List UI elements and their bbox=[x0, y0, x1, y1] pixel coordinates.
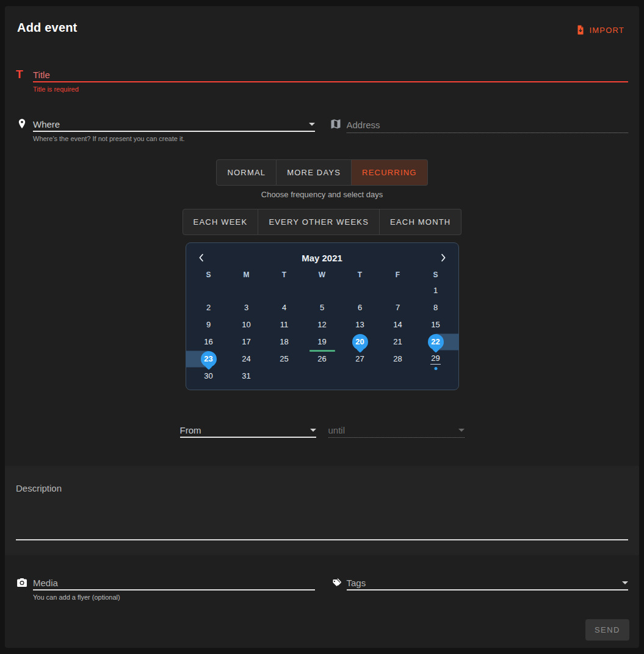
calendar-day-2[interactable]: 2 bbox=[190, 299, 228, 316]
calendar-day-18[interactable]: 18 bbox=[266, 333, 303, 351]
calendar-day-10[interactable]: 10 bbox=[228, 316, 266, 333]
calendar-day-28[interactable]: 28 bbox=[379, 351, 417, 368]
tab-each-week[interactable]: EACH WEEK bbox=[183, 209, 259, 235]
calendar-day-empty bbox=[341, 368, 379, 385]
calendar-day-4[interactable]: 4 bbox=[266, 299, 303, 316]
tags-column: Tags bbox=[330, 576, 629, 601]
calendar: May 2021 SMTWTFS 12345678910111213141516… bbox=[186, 242, 459, 390]
calendar-day-8[interactable]: 8 bbox=[417, 299, 455, 316]
chevron-down-icon bbox=[458, 429, 465, 432]
where-helper: Where's the event? If not present you ca… bbox=[33, 135, 315, 142]
tab-recurring[interactable]: RECURRING bbox=[352, 159, 428, 186]
description-textarea[interactable] bbox=[16, 474, 628, 540]
weekday-label: S bbox=[190, 267, 228, 282]
tags-select[interactable]: Tags bbox=[347, 576, 629, 590]
frequency-tabs: EACH WEEKEVERY OTHER WEEKSEACH MONTH bbox=[183, 209, 462, 235]
import-label: IMPORT bbox=[589, 26, 624, 35]
calendar-day-20[interactable]: 20 bbox=[341, 333, 379, 351]
calendar-day-29[interactable]: 29 bbox=[417, 351, 455, 368]
calendar-day-16[interactable]: 16 bbox=[190, 333, 228, 351]
title-text-icon: T bbox=[16, 68, 33, 81]
media-tags-row: You can add a flyer (optional) Tags bbox=[5, 576, 639, 601]
frequency-hint: Choose frequency and select days bbox=[5, 190, 639, 199]
calendar-day-12[interactable]: 12 bbox=[303, 316, 341, 333]
from-select[interactable]: From bbox=[180, 423, 316, 438]
calendar-day-empty bbox=[303, 368, 341, 385]
calendar-grid: 1234567891011121314151617181920212223242… bbox=[190, 282, 455, 385]
calendar-day-empty bbox=[266, 368, 303, 385]
calendar-day-13[interactable]: 13 bbox=[341, 316, 379, 333]
page-title: Add event bbox=[17, 21, 624, 35]
calendar-day-27[interactable]: 27 bbox=[341, 351, 379, 368]
where-placeholder: Where bbox=[33, 119, 60, 129]
calendar-day-23[interactable]: 23 bbox=[190, 351, 228, 368]
send-button[interactable]: SEND bbox=[585, 619, 629, 641]
chevron-left-icon bbox=[196, 252, 207, 263]
calendar-day-5[interactable]: 5 bbox=[303, 299, 341, 316]
calendar-day-22[interactable]: 22 bbox=[417, 333, 455, 351]
chevron-down-icon bbox=[622, 581, 628, 584]
calendar-day-24[interactable]: 24 bbox=[228, 351, 266, 368]
title-input[interactable] bbox=[33, 68, 628, 82]
calendar-day-14[interactable]: 14 bbox=[379, 316, 417, 333]
event-type-tabs: NORMALMORE DAYSRECURRING bbox=[216, 159, 427, 186]
calendar-day-empty bbox=[228, 282, 266, 299]
calendar-day-31[interactable]: 31 bbox=[228, 368, 266, 385]
media-helper: You can add a flyer (optional) bbox=[33, 594, 315, 601]
calendar-day-17[interactable]: 17 bbox=[228, 333, 266, 351]
calendar-day-19[interactable]: 19 bbox=[303, 333, 341, 351]
file-import-icon bbox=[575, 24, 586, 35]
calendar-day-1[interactable]: 1 bbox=[417, 282, 455, 299]
dialog-header: Add event IMPORT bbox=[5, 6, 639, 35]
calendar-day-empty bbox=[379, 368, 417, 385]
calendar-day-21[interactable]: 21 bbox=[379, 333, 417, 351]
weekday-label: S bbox=[417, 267, 455, 282]
calendar-day-9[interactable]: 9 bbox=[190, 316, 228, 333]
tags-placeholder: Tags bbox=[347, 578, 366, 588]
where-column: Where Where's the event? If not present … bbox=[16, 117, 315, 142]
calendar-day-empty bbox=[266, 282, 303, 299]
weekday-label: F bbox=[379, 267, 417, 282]
media-input[interactable] bbox=[33, 576, 315, 590]
calendar-header: May 2021 bbox=[190, 248, 455, 267]
address-input[interactable] bbox=[347, 117, 629, 133]
location-row: Where Where's the event? If not present … bbox=[5, 117, 639, 142]
calendar-day-11[interactable]: 11 bbox=[266, 316, 303, 333]
calendar-day-30[interactable]: 30 bbox=[190, 368, 228, 385]
import-button[interactable]: IMPORT bbox=[575, 24, 624, 35]
description-section bbox=[5, 466, 639, 555]
weekday-label: T bbox=[341, 267, 379, 282]
weekday-label: M bbox=[228, 267, 266, 282]
calendar-day-6[interactable]: 6 bbox=[341, 299, 379, 316]
weekday-label: W bbox=[303, 267, 341, 282]
calendar-prev-button[interactable] bbox=[196, 252, 207, 263]
tab-normal[interactable]: NORMAL bbox=[216, 159, 277, 186]
calendar-day-26[interactable]: 26 bbox=[303, 351, 341, 368]
from-placeholder: From bbox=[180, 425, 201, 435]
until-select[interactable]: until bbox=[328, 423, 465, 438]
until-placeholder: until bbox=[328, 425, 346, 435]
calendar-day-15[interactable]: 15 bbox=[417, 316, 455, 333]
title-error: Title is required bbox=[33, 85, 628, 93]
tab-each-month[interactable]: EACH MONTH bbox=[380, 209, 461, 235]
where-select[interactable]: Where bbox=[33, 117, 315, 132]
tab-more-days[interactable]: MORE DAYS bbox=[277, 159, 352, 186]
camera-icon bbox=[16, 576, 33, 601]
calendar-weekdays: SMTWTFS bbox=[190, 267, 455, 282]
calendar-day-empty bbox=[190, 282, 228, 299]
map-icon bbox=[330, 117, 347, 142]
calendar-day-7[interactable]: 7 bbox=[379, 299, 417, 316]
calendar-day-empty bbox=[303, 282, 341, 299]
calendar-day-3[interactable]: 3 bbox=[228, 299, 266, 316]
chevron-down-icon bbox=[310, 429, 316, 432]
tab-every-other-weeks[interactable]: EVERY OTHER WEEKS bbox=[258, 209, 380, 235]
media-column: You can add a flyer (optional) bbox=[16, 576, 315, 601]
time-row: From until bbox=[5, 423, 639, 438]
calendar-day-25[interactable]: 25 bbox=[266, 351, 303, 368]
calendar-month-label: May 2021 bbox=[302, 253, 342, 263]
calendar-next-button[interactable] bbox=[438, 252, 449, 263]
weekday-label: T bbox=[266, 267, 303, 282]
title-row: T Title is required bbox=[5, 68, 639, 93]
tags-icon bbox=[330, 576, 347, 601]
chevron-down-icon bbox=[309, 123, 315, 126]
